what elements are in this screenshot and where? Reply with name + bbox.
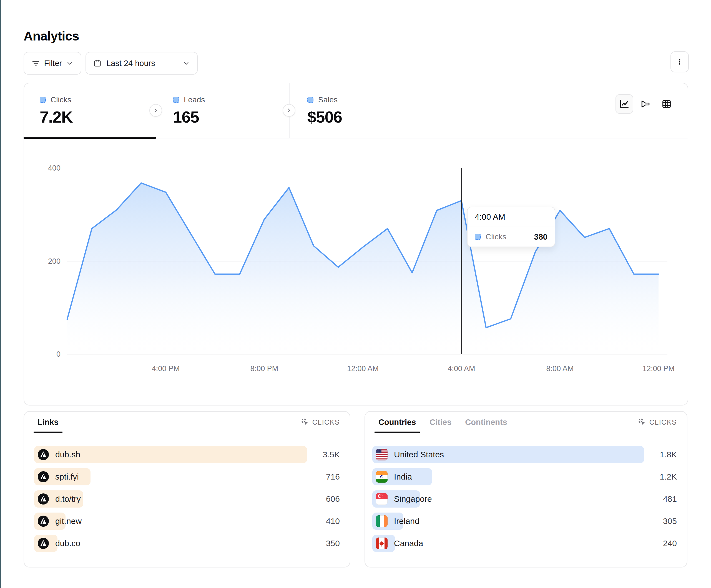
analytics-page: Analytics Filter Last 24 hours bbox=[0, 0, 711, 588]
country-row[interactable]: India1.2K bbox=[372, 468, 677, 485]
stat-label: Sales bbox=[318, 95, 338, 104]
tooltip-time: 4:00 AM bbox=[468, 207, 555, 227]
link-row[interactable]: dub.co350 bbox=[34, 535, 340, 552]
cursor-click-icon bbox=[638, 418, 646, 426]
page-edge-accent bbox=[0, 0, 1, 588]
active-tab-underline bbox=[24, 137, 156, 139]
link-label: dub.co bbox=[55, 539, 80, 548]
link-label: d.to/try bbox=[55, 494, 81, 504]
link-row[interactable]: git.new410 bbox=[34, 513, 340, 530]
leads-total: 165 bbox=[173, 108, 205, 126]
countries-panel: Countries Cities Continents CLICKS bbox=[365, 411, 687, 567]
clicks-total: 7.2K bbox=[40, 108, 73, 126]
country-row[interactable]: Ireland305 bbox=[372, 513, 677, 530]
links-panel-header: Links CLICKS bbox=[24, 412, 350, 433]
chevron-down-icon bbox=[66, 60, 73, 67]
country-clicks-value: 240 bbox=[663, 539, 677, 548]
dub-logo-icon bbox=[38, 538, 49, 549]
calendar-icon bbox=[93, 59, 102, 67]
tab-leads[interactable]: Leads 165 bbox=[173, 95, 205, 126]
clicks-legend-swatch bbox=[475, 234, 481, 240]
us-flag-icon bbox=[376, 449, 388, 460]
tab-label: Countries bbox=[379, 418, 416, 427]
line-chart-icon bbox=[619, 98, 630, 110]
tab-label: Cities bbox=[430, 418, 451, 427]
tooltip-series-label: Clicks bbox=[486, 232, 507, 241]
link-row[interactable]: d.to/try606 bbox=[34, 490, 340, 507]
link-row[interactable]: spti.fyi716 bbox=[34, 468, 340, 485]
country-clicks-value: 1.2K bbox=[660, 472, 677, 481]
date-range-button[interactable]: Last 24 hours bbox=[86, 52, 198, 75]
dub-logo-icon bbox=[38, 449, 49, 460]
country-label: United States bbox=[394, 450, 444, 459]
countries-list: United States1.8KIndia1.2KSingapore481Ir… bbox=[372, 446, 677, 552]
tab-label: Links bbox=[38, 418, 59, 427]
chevron-right-icon bbox=[286, 107, 292, 113]
stat-label: Leads bbox=[184, 95, 205, 104]
next-stat-button[interactable] bbox=[149, 104, 162, 117]
sales-legend-swatch bbox=[307, 97, 314, 103]
stat-label: Clicks bbox=[50, 95, 71, 104]
sg-flag-icon bbox=[376, 493, 388, 505]
filter-icon bbox=[31, 59, 40, 67]
tab-continents[interactable]: Continents bbox=[465, 412, 507, 433]
sort-label: CLICKS bbox=[312, 418, 340, 426]
tab-links[interactable]: Links bbox=[38, 412, 59, 433]
leads-legend-swatch bbox=[173, 97, 179, 103]
link-label: git.new bbox=[55, 516, 82, 526]
filter-button-label: Filter bbox=[44, 59, 62, 68]
link-row[interactable]: dub.sh3.5K bbox=[34, 446, 340, 463]
link-clicks-value: 606 bbox=[326, 494, 340, 504]
in-flag-icon bbox=[376, 471, 388, 482]
links-list: dub.sh3.5Kspti.fyi716d.to/try606git.new4… bbox=[34, 446, 340, 552]
ca-flag-icon bbox=[376, 538, 388, 549]
country-row[interactable]: Canada240 bbox=[372, 535, 677, 552]
more-options-button[interactable] bbox=[670, 51, 689, 72]
clicks-legend-swatch bbox=[40, 97, 46, 103]
chevron-right-icon bbox=[153, 107, 159, 113]
country-clicks-value: 1.8K bbox=[660, 450, 677, 459]
links-panel: Links CLICKS dub.sh3.5Kspti.fyi716d.to/t… bbox=[24, 411, 350, 567]
tab-countries[interactable]: Countries bbox=[379, 412, 416, 433]
country-label: Singapore bbox=[394, 494, 432, 504]
links-sort-by-clicks-button[interactable]: CLICKS bbox=[301, 418, 340, 426]
sales-total: $506 bbox=[307, 108, 342, 126]
country-row[interactable]: United States1.8K bbox=[372, 446, 677, 463]
kebab-menu-icon bbox=[676, 58, 683, 65]
country-clicks-value: 481 bbox=[663, 494, 677, 504]
dub-logo-icon bbox=[38, 493, 49, 504]
countries-sort-by-clicks-button[interactable]: CLICKS bbox=[638, 418, 677, 426]
tab-cities[interactable]: Cities bbox=[430, 412, 451, 433]
link-clicks-value: 716 bbox=[326, 472, 340, 481]
filter-button[interactable]: Filter bbox=[24, 52, 81, 75]
link-clicks-value: 410 bbox=[326, 516, 340, 526]
view-funnel-button[interactable] bbox=[637, 94, 654, 114]
country-row[interactable]: Singapore481 bbox=[372, 490, 677, 507]
country-label: Ireland bbox=[394, 516, 419, 526]
date-range-label: Last 24 hours bbox=[106, 59, 155, 68]
dub-logo-icon bbox=[38, 516, 49, 527]
dub-logo-icon bbox=[38, 471, 49, 482]
chevron-down-icon bbox=[183, 60, 190, 67]
next-stat-button[interactable] bbox=[283, 104, 295, 117]
sort-label: CLICKS bbox=[649, 418, 677, 426]
countries-panel-header: Countries Cities Continents CLICKS bbox=[365, 412, 687, 433]
tab-sales[interactable]: Sales $506 bbox=[307, 95, 342, 126]
cursor-click-icon bbox=[301, 418, 309, 426]
link-label: dub.sh bbox=[55, 450, 80, 459]
link-clicks-value: 350 bbox=[326, 539, 340, 548]
link-clicks-value: 3.5K bbox=[323, 450, 340, 459]
page-title: Analytics bbox=[24, 28, 79, 44]
chart-tooltip: 4:00 AM Clicks 380 bbox=[467, 207, 555, 247]
analytics-chart-card: Clicks 7.2K Leads 165 Sales $506 bbox=[24, 83, 688, 406]
ie-flag-icon bbox=[376, 515, 388, 527]
view-table-button[interactable] bbox=[658, 94, 675, 114]
country-label: India bbox=[394, 472, 412, 481]
view-line-chart-button[interactable] bbox=[616, 94, 633, 114]
tooltip-value: 380 bbox=[534, 232, 547, 242]
country-clicks-value: 305 bbox=[663, 516, 677, 526]
link-label: spti.fyi bbox=[55, 472, 79, 481]
tab-clicks[interactable]: Clicks 7.2K bbox=[40, 95, 73, 126]
funnel-icon bbox=[640, 99, 651, 109]
table-grid-icon bbox=[661, 99, 672, 109]
